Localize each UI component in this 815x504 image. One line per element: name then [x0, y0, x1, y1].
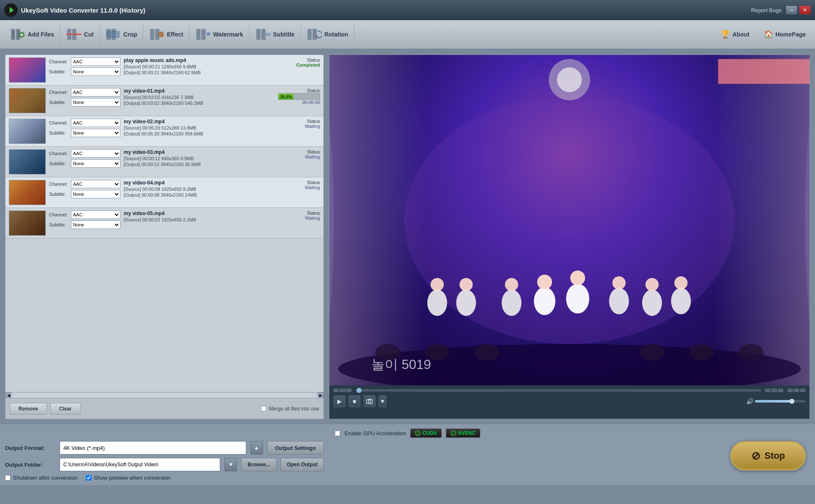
subtitle-select[interactable]: None	[71, 190, 120, 198]
toolbar-crop[interactable]: Crop	[100, 24, 143, 44]
bottom-main-row: Output Format: ▲ Output Settings Output …	[5, 441, 810, 481]
show-preview-option[interactable]: Show preview when conversion	[86, 475, 170, 481]
subtitle-select[interactable]: None	[71, 129, 120, 137]
file-thumbnail	[9, 149, 46, 174]
gpu-checkbox[interactable]	[335, 431, 340, 436]
file-source: [Source] 00:00:02 1920x650 2.1MB	[124, 217, 266, 222]
output-format-dropdown[interactable]: ▲	[250, 441, 263, 455]
file-list-scroll[interactable]: Channel: AAC Subtitle: None play apple m…	[5, 55, 323, 392]
toolbar-watermark[interactable]: W Watermark	[190, 24, 250, 44]
list-item: Channel: AAC Subtitle: None my video-02.…	[5, 116, 323, 147]
merge-row: Merge all files into one	[261, 406, 319, 412]
merge-checkbox[interactable]	[261, 406, 266, 411]
toolbar-add-files[interactable]: Add Files	[4, 24, 60, 44]
stop-button[interactable]: ■	[349, 395, 360, 407]
cuda-label: CUDA	[422, 430, 437, 436]
about-button[interactable]: 🏆 About	[716, 27, 754, 42]
time-center: 00:00:00	[765, 388, 783, 393]
cut-icon	[66, 27, 81, 42]
svg-rect-25	[312, 29, 317, 40]
homepage-button[interactable]: 🏠 HomePage	[759, 27, 811, 42]
svg-point-33	[456, 289, 476, 316]
add-files-icon	[10, 27, 25, 42]
svg-text:CC: CC	[266, 32, 271, 36]
toolbar-subtitle[interactable]: CC Subtitle	[250, 24, 301, 44]
stop-icon: ⊘	[751, 449, 760, 462]
file-status: Status Waiting	[270, 210, 320, 221]
channel-select[interactable]: AAC	[71, 149, 120, 158]
browse-button[interactable]: Browse...	[241, 458, 276, 471]
shutdown-checkbox[interactable]	[5, 475, 10, 481]
close-button[interactable]: ✕	[799, 5, 811, 15]
subtitle-select[interactable]: None	[71, 159, 120, 168]
channel-label: Channel:	[49, 120, 69, 125]
clear-button[interactable]: Clear	[50, 403, 81, 415]
stop-button[interactable]: ⊘ Stop	[730, 441, 806, 470]
file-source: [Source] 00:05:20 512x288 13.8MB	[124, 125, 266, 130]
about-label: About	[732, 31, 749, 38]
channel-select[interactable]: AAC	[71, 210, 120, 219]
report-bugs-link[interactable]: Report Bugs	[751, 7, 781, 13]
output-settings-button[interactable]: Output Settings	[267, 441, 324, 455]
svg-text:놀이 5019: 놀이 5019	[371, 357, 431, 372]
preview-panel: 놀이 5019 00:00:00 00:00:00 00:00:00 ▶ ■	[329, 55, 810, 419]
cut-label: Cut	[84, 31, 94, 38]
file-info: my video-04.mp4 [Source] 00:00:08 1920x6…	[124, 180, 266, 197]
open-output-button[interactable]: Open Output	[281, 458, 324, 471]
output-format-input[interactable]	[60, 441, 246, 455]
options-row: Shutdown after conversion Show preview w…	[5, 475, 324, 481]
channel-select[interactable]: AAC	[71, 88, 120, 96]
output-folder-label: Output Folder:	[5, 462, 55, 468]
subtitle-label: Subtitle:	[49, 222, 69, 227]
file-list-panel: Channel: AAC Subtitle: None play apple m…	[5, 55, 324, 419]
toolbar-effect[interactable]: Effect	[143, 24, 190, 44]
subtitle-select[interactable]: None	[71, 221, 120, 229]
output-format-row: Output Format: ▲ Output Settings	[5, 441, 324, 455]
play-button[interactable]: ▶	[333, 395, 345, 407]
channel-select[interactable]: AAC	[71, 57, 120, 66]
horizontal-scrollbar[interactable]: ◀ ▶	[5, 392, 323, 398]
scroll-right-btn[interactable]: ▶	[318, 392, 323, 398]
svg-point-34	[459, 278, 473, 291]
volume-slider[interactable]	[755, 400, 805, 403]
subtitle-label: Subtitle:	[49, 130, 69, 135]
crop-label: Crop	[123, 31, 137, 38]
svg-rect-14	[107, 31, 119, 37]
subtitle-select[interactable]: None	[71, 68, 120, 76]
toolbar-rotation[interactable]: Rotation	[301, 24, 354, 44]
svg-point-45	[671, 288, 691, 314]
status-label: Status	[270, 119, 320, 124]
show-preview-checkbox[interactable]	[86, 475, 91, 481]
dropdown-button[interactable]: ▼	[379, 395, 386, 407]
output-folder-input[interactable]	[60, 458, 220, 471]
toolbar-cut[interactable]: Cut	[60, 24, 100, 44]
file-output: [Output] 00:03:02 3840x2160 545.2MB	[124, 101, 266, 106]
snapshot-button[interactable]	[364, 395, 375, 407]
file-info: my video-05.mp4 [Source] 00:00:02 1920x6…	[124, 210, 266, 222]
cuda-badge: CUDA	[410, 429, 442, 438]
shutdown-option[interactable]: Shutdown after conversion	[5, 475, 78, 481]
file-name: play apple music ads.mp4	[124, 57, 266, 63]
channel-select[interactable]: AAC	[71, 119, 120, 127]
status-value: Waiting	[270, 124, 320, 129]
minimize-button[interactable]: —	[786, 5, 797, 15]
scroll-left-btn[interactable]: ◀	[5, 392, 11, 398]
time-scrubber[interactable]	[356, 389, 761, 392]
preview-controls: 00:00:00 00:00:00 00:00:00 ▶ ■ ▼	[329, 385, 810, 419]
scroll-track[interactable]	[11, 392, 318, 398]
remove-button[interactable]: Remove	[10, 403, 47, 415]
merge-label: Merge all files into one	[269, 406, 319, 412]
channel-select[interactable]: AAC	[71, 180, 120, 188]
svg-point-41	[609, 288, 629, 314]
file-thumbnail	[9, 88, 46, 113]
status-label: Status	[270, 180, 320, 185]
svg-rect-54	[718, 59, 810, 84]
subtitle-select[interactable]: None	[71, 98, 120, 107]
svg-point-37	[534, 287, 555, 315]
toolbar-right: 🏆 About 🏠 HomePage	[716, 27, 811, 42]
volume-handle[interactable]	[789, 399, 794, 404]
subtitle-label: Subtitle	[273, 31, 294, 38]
output-folder-dropdown[interactable]: ▼	[224, 458, 237, 471]
scrubber-handle[interactable]	[357, 388, 362, 393]
homepage-label: HomePage	[776, 31, 806, 38]
